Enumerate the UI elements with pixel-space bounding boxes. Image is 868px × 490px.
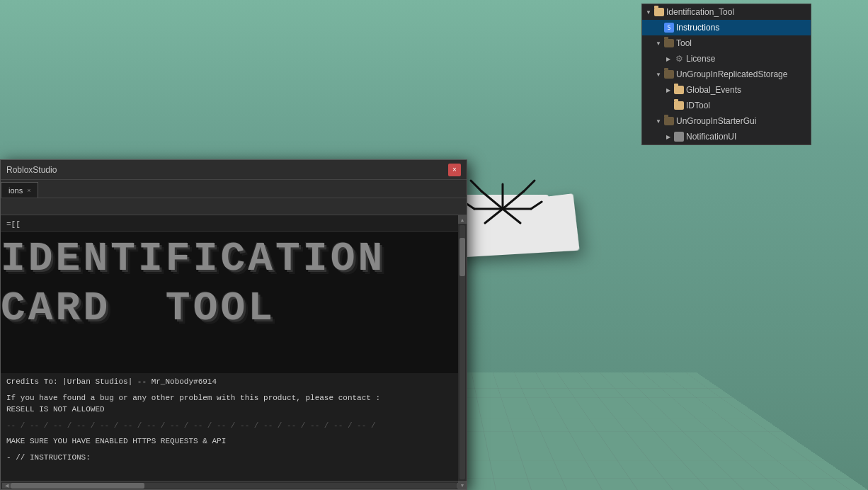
pixel-banner-line1: IDENTIFICATION — [1, 239, 385, 280]
scroll-track-h — [11, 483, 457, 489]
folder-icon-tool — [664, 39, 674, 47]
svg-line-9 — [524, 181, 535, 191]
explorer-label-starter-gui: UnGroupInStarterGui — [676, 116, 756, 126]
code-text-area: Credits To: |Urban Studios| -- Mr_Nobody… — [1, 373, 467, 466]
explorer-label-notification-ui: NotificationUI — [686, 132, 736, 142]
arrow-notification-ui: ▶ — [665, 133, 672, 140]
explorer-item-idtool[interactable]: IDTool — [642, 98, 811, 113]
dialog-toolbar — [1, 198, 467, 215]
explorer-label-instructions: Instructions — [676, 23, 719, 33]
explorer-item-license[interactable]: ▶ ⚙ License — [642, 51, 811, 67]
folder-icon-global-events — [674, 86, 684, 94]
card-logo — [453, 170, 552, 241]
script-icon-instructions: S — [664, 23, 674, 33]
arrow-replicated: ▼ — [655, 71, 662, 78]
scroll-up-button[interactable]: ▲ — [458, 215, 467, 224]
arrow-starter-gui: ▼ — [655, 118, 662, 125]
arrow-global-events: ▶ — [665, 86, 672, 93]
notice-line-2: RESELL IS NOT ALLOWED — [6, 404, 461, 416]
folder-icon-id-tool — [654, 8, 664, 16]
explorer-item-replicated[interactable]: ▼ UnGroupInReplicatedStorage — [642, 67, 811, 82]
explorer-label-idtool: IDTool — [686, 101, 710, 110]
code-top-line: =[[ — [1, 215, 467, 232]
instruction-line-2: - // INSTRUCTIONS: — [6, 452, 461, 464]
credits-line: Credits To: |Urban Studios| -- Mr_Nobody… — [6, 376, 461, 388]
dialog-titlebar: RobloxStudio × — [1, 160, 467, 180]
dialog-close-button[interactable]: × — [448, 164, 461, 176]
script-editor-dialog: RobloxStudio × ions × =[[ — [0, 159, 467, 490]
scroll-left-button[interactable]: ◀ — [2, 483, 11, 489]
dialog-content-inner: =[[ IDENTIFICATION CARD TOOL Credits To:… — [1, 215, 467, 489]
ui-icon-notification — [674, 132, 684, 142]
svg-line-8 — [471, 181, 481, 191]
explorer-item-id-tool[interactable]: ▼ Identification_Tool — [642, 4, 811, 20]
explorer-item-tool[interactable]: ▼ Tool — [642, 35, 811, 51]
instruction-line-1: MAKE SURE YOU HAVE ENABLED HTTPS REQUEST… — [6, 435, 461, 448]
folder-icon-starter-gui — [664, 117, 674, 125]
code-area: =[[ IDENTIFICATION CARD TOOL Credits To:… — [1, 215, 467, 481]
notice-line-1: If you have found a bug or any other pro… — [6, 392, 461, 404]
explorer-item-starter-gui[interactable]: ▼ UnGroupInStarterGui — [642, 113, 811, 129]
pixel-banner-line2: CARD TOOL — [1, 288, 275, 329]
arrow-tool: ▼ — [655, 40, 662, 47]
explorer-label-id-tool: Identification_Tool — [666, 7, 734, 17]
horizontal-scrollbar: ◀ ▶ — [1, 481, 467, 489]
dialog-content: =[[ IDENTIFICATION CARD TOOL Credits To:… — [1, 215, 467, 489]
explorer-label-license: License — [686, 54, 715, 64]
tab-label: ions — [8, 186, 23, 195]
explorer-item-instructions[interactable]: S Instructions — [642, 20, 811, 35]
explorer-label-global-events: Global_Events — [686, 85, 741, 95]
tab-instructions[interactable]: ions × — [1, 182, 38, 198]
arrow-collapse-id-tool: ▼ — [645, 8, 652, 16]
explorer-item-notification-ui[interactable]: ▶ NotificationUI — [642, 129, 811, 144]
dialog-title: RobloxStudio — [6, 165, 57, 175]
explorer-panel: ▼ Identification_Tool S Instructions ▼ T… — [641, 4, 811, 145]
arrow-license: ▶ — [665, 55, 672, 62]
explorer-label-replicated: UnGroupInReplicatedStorage — [676, 69, 787, 79]
explorer-item-global-events[interactable]: ▶ Global_Events — [642, 82, 811, 98]
dialog-tabs: ions × — [1, 180, 467, 198]
folder-icon-idtool — [674, 101, 684, 110]
scroll-thumb-v[interactable] — [459, 238, 465, 276]
vertical-scrollbar[interactable]: ▲ ▼ — [458, 215, 467, 481]
separator-line: -- / -- / -- / -- / -- / -- / -- / -- / … — [6, 420, 461, 432]
arrow-idtool — [665, 102, 672, 109]
pixel-banner: IDENTIFICATION CARD TOOL — [1, 232, 467, 373]
tab-close-icon[interactable]: × — [27, 187, 30, 194]
arrow-instructions — [655, 24, 662, 31]
folder-icon-replicated — [664, 70, 674, 79]
code-region[interactable]: =[[ IDENTIFICATION CARD TOOL Credits To:… — [1, 215, 467, 481]
scroll-track-v — [459, 225, 465, 479]
code-top-text: =[[ — [6, 220, 21, 229]
explorer-label-tool: Tool — [676, 38, 692, 48]
gear-icon-license: ⚙ — [674, 54, 684, 64]
scroll-thumb-h[interactable] — [11, 483, 144, 489]
